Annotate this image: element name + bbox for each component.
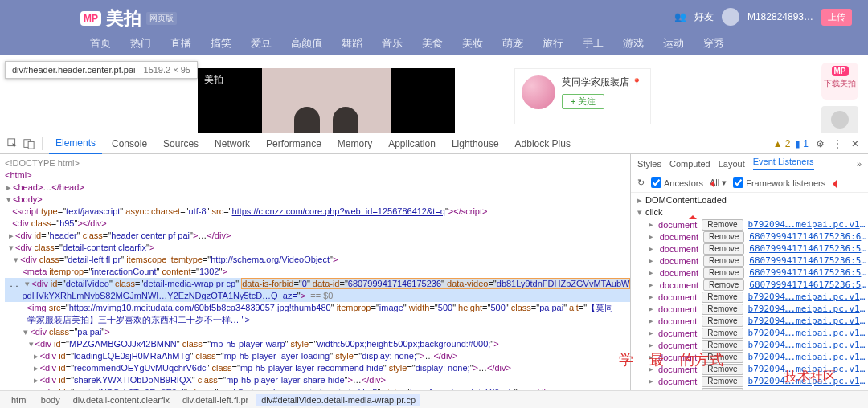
- remove-listener-button[interactable]: Remove: [702, 316, 743, 327]
- expand-icon[interactable]: ▸: [649, 376, 653, 386]
- expand-icon[interactable]: ▸: [649, 267, 655, 278]
- messages-badge[interactable]: ▮1: [795, 138, 809, 149]
- ancestors-checkbox[interactable]: Ancestors: [651, 177, 703, 188]
- nav-funny[interactable]: 搞笑: [211, 36, 231, 51]
- friends-link[interactable]: 好友: [694, 10, 714, 24]
- remove-listener-button[interactable]: Remove: [703, 279, 744, 291]
- event-target[interactable]: document: [658, 353, 697, 362]
- remove-listener-button[interactable]: Remove: [703, 267, 744, 279]
- event-target[interactable]: document: [658, 316, 697, 326]
- rtab-event-listeners[interactable]: Event Listeners: [753, 157, 814, 170]
- author-avatar-icon[interactable]: [522, 75, 555, 109]
- event-target[interactable]: document: [658, 377, 697, 386]
- remove-listener-button[interactable]: Remove: [702, 219, 743, 231]
- rtab-computed[interactable]: Computed: [669, 159, 710, 169]
- settings-gear-icon[interactable]: ⚙: [813, 137, 826, 150]
- crumb-detail-content[interactable]: div.detail-content.clearfix: [68, 394, 174, 406]
- expand-icon[interactable]: ▸: [649, 304, 653, 314]
- event-section-domcontentloaded[interactable]: ▸DOMContentLoaded: [631, 194, 868, 206]
- crumb-detailvideo[interactable]: div#detailVideo.detail-media-wrap.pr.cp: [256, 394, 420, 406]
- nav-diy[interactable]: 手工: [583, 36, 604, 51]
- close-devtools-icon[interactable]: ✕: [849, 137, 862, 150]
- username[interactable]: M182824893…: [747, 11, 813, 22]
- expand-icon[interactable]: ▸: [649, 255, 655, 266]
- nav-fashion[interactable]: 穿秀: [703, 36, 724, 51]
- expand-icon[interactable]: ▸: [649, 231, 655, 242]
- listener-source-link[interactable]: b792094….meipai.pc.v1.min.js:2: [748, 304, 868, 314]
- listener-source-link[interactable]: 6807999417146175236:538: [749, 279, 868, 290]
- tab-sources[interactable]: Sources: [157, 134, 205, 153]
- nav-travel[interactable]: 旅行: [542, 36, 563, 51]
- author-name[interactable]: 莫同学家服装店: [562, 76, 629, 88]
- rtab-layout[interactable]: Layout: [719, 159, 745, 169]
- expand-icon[interactable]: ▸: [649, 352, 653, 362]
- tab-application[interactable]: Application: [382, 134, 442, 153]
- event-section-click[interactable]: ▾click: [631, 206, 868, 218]
- nav-sport[interactable]: 运动: [663, 36, 684, 51]
- expand-icon[interactable]: ▸: [649, 340, 653, 350]
- warnings-badge[interactable]: ▲2: [773, 138, 791, 149]
- nav-hot[interactable]: 热门: [130, 36, 151, 51]
- nav-home[interactable]: 首页: [90, 36, 111, 51]
- nav-dance[interactable]: 舞蹈: [342, 36, 362, 51]
- listener-source-link[interactable]: b792094….meipai.pc.v1.min.js:5: [748, 328, 868, 338]
- expand-icon[interactable]: ▸: [649, 316, 653, 326]
- expand-icon[interactable]: ▸: [649, 279, 655, 290]
- more-menu-icon[interactable]: ⋮: [831, 137, 844, 150]
- expand-icon[interactable]: ▸: [649, 243, 655, 254]
- cnzz-src[interactable]: https://c.cnzz.com/core.php?web_id=12567…: [232, 206, 445, 216]
- tab-network[interactable]: Network: [208, 134, 256, 153]
- listener-source-link[interactable]: b792094….meipai.pc.v1.min.js:5: [748, 364, 868, 374]
- rtab-more-icon[interactable]: »: [857, 159, 862, 169]
- listener-source-link[interactable]: 6807999417146175236:585: [749, 243, 868, 254]
- framework-listeners-checkbox[interactable]: Framework listeners: [733, 177, 825, 188]
- nav-beauty[interactable]: 高颜值: [291, 36, 322, 51]
- nav-pet[interactable]: 萌宠: [502, 36, 523, 51]
- listener-source-link[interactable]: b792094….meipai.pc.v1.min.js:1: [748, 219, 868, 230]
- tab-lighthouse[interactable]: Lighthouse: [445, 134, 506, 153]
- tab-performance[interactable]: Performance: [260, 134, 328, 153]
- video-player[interactable]: 美拍: [198, 68, 455, 133]
- listener-source-link[interactable]: b792094….meipai.pc.v1.min.js:5: [748, 340, 868, 350]
- remove-listener-button[interactable]: Remove: [702, 376, 743, 387]
- tab-memory[interactable]: Memory: [331, 134, 379, 153]
- refresh-listeners-icon[interactable]: ↻: [637, 177, 645, 188]
- listener-source-link[interactable]: b792094….meipai.pc.v1.min.js:5: [748, 352, 868, 362]
- dom-head[interactable]: <head>: [13, 182, 43, 192]
- nav-idol[interactable]: 爱豆: [251, 36, 272, 51]
- nav-game[interactable]: 游戏: [623, 36, 644, 51]
- dom-selected-row[interactable]: … ▾<div id="detailVideo" class="detail-m…: [5, 278, 630, 290]
- listener-source-link[interactable]: 6807999417146175236:624: [749, 231, 868, 242]
- event-target[interactable]: document: [658, 220, 697, 230]
- remove-listener-button[interactable]: Remove: [702, 304, 743, 315]
- nav-music[interactable]: 音乐: [382, 36, 403, 51]
- nav-makeup[interactable]: 美妆: [462, 36, 483, 51]
- dom-html[interactable]: <html>: [5, 170, 32, 180]
- event-target[interactable]: document: [658, 304, 697, 314]
- rtab-styles[interactable]: Styles: [637, 159, 661, 169]
- device-toggle-icon[interactable]: [23, 137, 35, 150]
- inspect-element-icon[interactable]: [6, 137, 19, 150]
- thumb-src[interactable]: https://mvimg10.meitudata.com/60bf5b8ca3…: [69, 303, 331, 312]
- remove-listener-button[interactable]: Remove: [702, 328, 743, 339]
- listener-source-link[interactable]: b792094….meipai.pc.v1.min.js:2: [748, 292, 868, 302]
- expand-icon[interactable]: ▸: [649, 364, 653, 374]
- expand-icon[interactable]: ▸: [649, 328, 653, 338]
- remove-listener-button[interactable]: Remove: [703, 255, 744, 267]
- listener-source-link[interactable]: b792094….meipai.pc.v1.min.js:5: [748, 376, 868, 386]
- event-target[interactable]: document: [660, 268, 698, 278]
- listener-source-link[interactable]: b792094….meipai.pc.v1.min.js:2: [748, 316, 868, 326]
- elements-panel[interactable]: <!DOCTYPE html> <html> ▸<head>…</head> ▾…: [0, 154, 630, 390]
- remove-listener-button[interactable]: Remove: [703, 231, 744, 243]
- remove-listener-button[interactable]: Remove: [702, 292, 743, 303]
- download-app-button[interactable]: MP 下载美拍: [821, 63, 858, 100]
- upload-button[interactable]: 上传: [821, 9, 852, 26]
- nav-food[interactable]: 美食: [422, 36, 443, 51]
- event-target[interactable]: document: [658, 365, 697, 374]
- crumb-detail-left[interactable]: div.detail-left.fl.pr: [178, 394, 253, 406]
- tab-console[interactable]: Console: [105, 134, 154, 153]
- remove-listener-button[interactable]: Remove: [702, 352, 743, 363]
- tab-elements[interactable]: Elements: [49, 133, 102, 154]
- dom-body[interactable]: <body>: [13, 194, 43, 204]
- expand-icon[interactable]: ▸: [649, 292, 653, 302]
